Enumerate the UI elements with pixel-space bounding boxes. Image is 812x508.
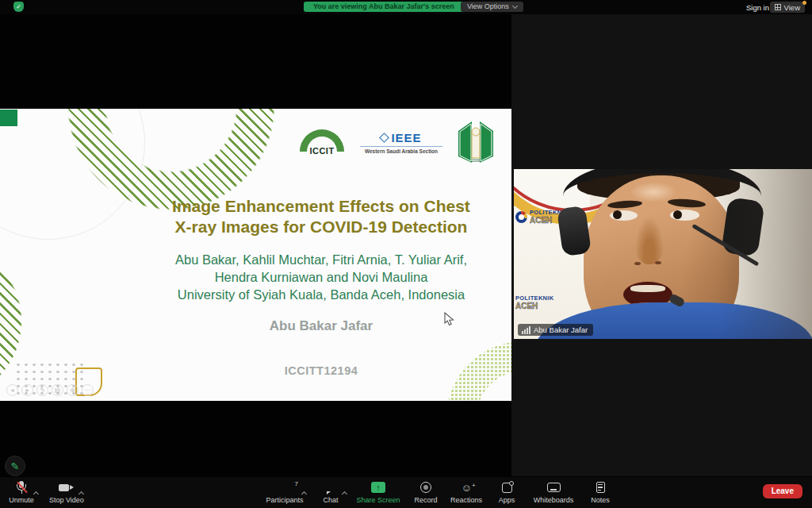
participants-button[interactable]: 7 Participants	[263, 480, 306, 504]
chat-label: Chat	[323, 496, 338, 504]
chevron-down-icon	[512, 3, 518, 9]
prev-slide-icon[interactable]: ◂	[6, 384, 18, 396]
reactions-plus-icon: +	[472, 480, 476, 491]
chat-button[interactable]: Chat	[316, 480, 346, 504]
stop-video-button[interactable]: Stop Video	[49, 480, 84, 504]
share-screen-icon: ↑	[371, 482, 385, 493]
record-label: Record	[414, 496, 437, 504]
apps-icon	[502, 483, 512, 493]
record-button[interactable]: Record	[411, 480, 441, 504]
notes-button[interactable]: Notes	[585, 480, 615, 504]
mic-muted-icon	[15, 481, 29, 495]
ieee-logo: IEEE Western Saudi Arabia Section	[357, 131, 446, 154]
university-logo: 2006	[458, 121, 493, 163]
pen-tool-icon[interactable]: ✎	[36, 384, 48, 396]
next-slide-icon[interactable]: ▸	[21, 384, 33, 396]
unmute-button[interactable]: Unmute	[6, 480, 36, 504]
participants-label: Participants	[266, 496, 303, 504]
apps-label: Apps	[499, 496, 515, 504]
participants-icon	[278, 482, 292, 493]
view-layout-icon	[775, 4, 781, 10]
right-nostril	[655, 261, 661, 264]
stop-video-label: Stop Video	[49, 496, 84, 504]
viewing-screen-banner: You are viewing Abu Bakar Jafar's screen	[304, 2, 464, 12]
whiteboards-label: Whiteboards	[534, 496, 574, 504]
participants-count: 7	[295, 480, 298, 487]
presenter-name: Abu Bakar Jafar	[131, 318, 511, 334]
slide-title-line1: Image Enhancement Effects on Chest	[131, 196, 511, 217]
university-logo-year: 2006	[471, 158, 480, 163]
conference-logos: ICCIT IEEE Western Saudi Arabia Section	[300, 121, 500, 164]
connection-signal-icon	[522, 326, 530, 334]
reactions-label: Reactions	[450, 496, 482, 504]
notification-dot	[802, 1, 806, 5]
shared-screen-area: ICCIT IEEE Western Saudi Arabia Section	[0, 14, 511, 479]
iccit-logo-text: ICCIT	[309, 146, 334, 156]
affiliation: University of Syiah Kuala, Banda Aceh, I…	[131, 287, 511, 304]
chat-menu-caret[interactable]	[341, 491, 347, 497]
left-nostril	[634, 262, 641, 265]
view-options-dropdown[interactable]: View Options	[461, 2, 523, 12]
unmute-menu-caret[interactable]	[33, 491, 38, 497]
annotate-button[interactable]: ✎	[5, 456, 25, 476]
participant-name-text: Abu Bakar Jafar	[534, 325, 588, 334]
politeknik-aceh-logo-2: POLITEKNIK ACEH	[514, 294, 553, 310]
participants-menu-caret[interactable]	[301, 491, 307, 497]
unmute-label: Unmute	[9, 496, 34, 504]
notes-label: Notes	[591, 496, 610, 504]
more-options-icon[interactable]: ⋯	[82, 384, 94, 396]
view-button-label: View	[784, 3, 800, 12]
presentation-slide: ICCIT IEEE Western Saudi Arabia Section	[0, 109, 511, 401]
reactions-button[interactable]: ☺ + Reactions	[450, 480, 482, 504]
reactions-smiley-icon: ☺ +	[461, 483, 471, 493]
video-menu-caret[interactable]	[79, 491, 84, 497]
ieee-logo-text: IEEE	[391, 131, 421, 144]
banner2-text-politeknik: POLITEKNIK	[515, 294, 553, 302]
leave-button[interactable]: Leave	[763, 484, 802, 498]
university-logo-icon: 2006	[458, 121, 493, 163]
whiteboards-button[interactable]: Whiteboards	[531, 480, 576, 504]
webcam-video-tile[interactable]: POLITEKNIK ACEH POLITEKNIK ACEH Abu Baka…	[514, 169, 812, 339]
meeting-toolbar: Unmute Stop Video 7 Participants	[0, 476, 812, 508]
mouse-cursor	[444, 312, 454, 326]
banner2-text-aceh: ACEH	[515, 302, 553, 310]
participant-name-label: Abu Bakar Jafar	[518, 324, 593, 336]
politeknik-swirl-icon	[515, 211, 527, 223]
meeting-top-bar: ✓ You are viewing Abu Bakar Jafar's scre…	[0, 0, 812, 14]
slide-sorter-icon[interactable]: ▤	[52, 384, 63, 396]
authors-line1: Abu Bakar, Kahlil Muchtar, Fitri Arnia, …	[131, 252, 511, 269]
slide-title: Image Enhancement Effects on Chest X-ray…	[131, 196, 511, 238]
ieee-section-text: Western Saudi Arabia Section	[365, 148, 438, 154]
zoom-tool-icon[interactable]: ⊕	[67, 384, 79, 396]
record-icon	[420, 482, 431, 493]
authors-line2: Hendra Kurniawan and Novi Maulina	[131, 269, 511, 287]
share-screen-button[interactable]: ↑ Share Screen	[355, 480, 401, 504]
whiteboards-icon	[547, 483, 561, 492]
apps-button[interactable]: Apps	[492, 480, 522, 504]
view-button[interactable]: View	[770, 2, 805, 13]
pencil-icon: ✎	[11, 460, 20, 472]
paper-id: ICCITT12194	[131, 364, 511, 377]
ieee-diamond-icon	[380, 133, 390, 143]
view-options-label: View Options	[467, 2, 509, 12]
notes-icon	[596, 482, 605, 493]
share-screen-label: Share Screen	[356, 496, 400, 504]
video-camera-icon	[59, 484, 74, 491]
presenter-nav-controls[interactable]: ◂ ▸ ✎ ▤ ⊕ ⋯	[6, 384, 94, 396]
iccit-logo: ICCIT	[300, 129, 344, 156]
ieee-divider	[360, 146, 442, 147]
security-shield-icon[interactable]: ✓	[13, 2, 24, 12]
teeth	[630, 285, 665, 292]
slide-title-line2: X-ray Images for COVID-19 Detection	[131, 217, 511, 237]
slide-authors: Abu Bakar, Kahlil Muchtar, Fitri Arnia, …	[131, 252, 511, 303]
sign-in-button[interactable]: Sign in	[746, 3, 769, 12]
chat-icon	[325, 483, 337, 493]
